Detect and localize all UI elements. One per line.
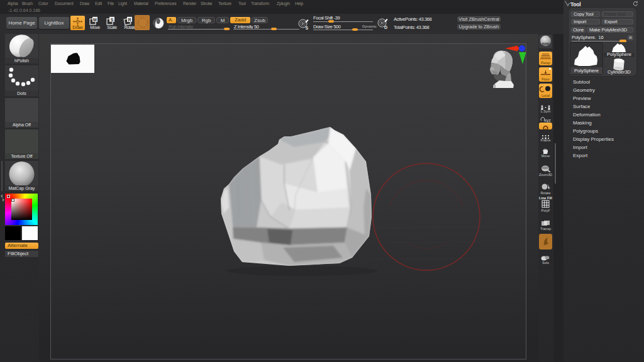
svg-text:M: M [93,18,97,22]
svg-text:BPR: BPR [542,42,550,46]
svg-text:S: S [306,26,309,30]
svg-text:R: R [128,18,131,22]
svg-text:D: D [384,25,387,30]
svg-text:S: S [111,18,114,22]
